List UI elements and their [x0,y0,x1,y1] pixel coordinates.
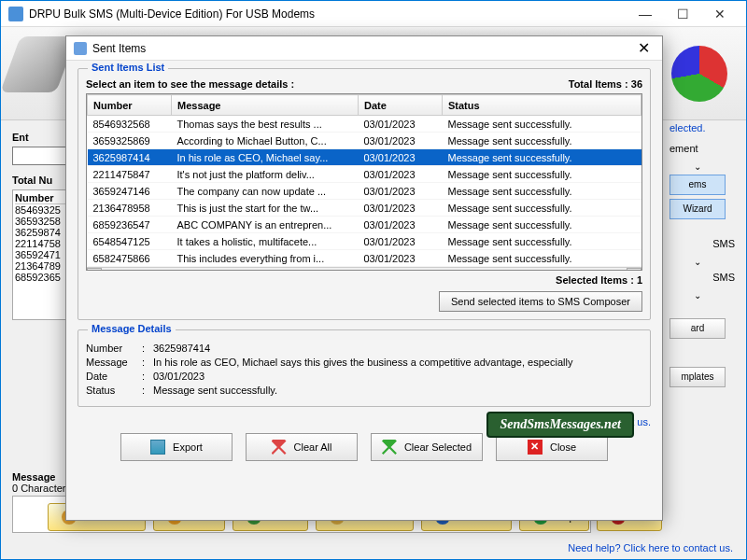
detail-number-key: Number [86,343,142,354]
cell-number: 2136478958 [88,200,172,217]
main-help-link[interactable]: Need help? Click here to contact us. [568,542,733,553]
table-row[interactable]: 3659247146The company can now update ...… [88,183,641,200]
cell-message: Thomas says the best results ... [172,116,359,133]
ent-label: Ent [12,132,29,143]
clear-all-button[interactable]: Clear All [246,433,358,461]
ement-text: ement [669,143,735,154]
pie-chart-icon [671,46,727,102]
close-icon: ✕ [528,440,543,455]
col-number[interactable]: Number [88,95,172,116]
cell-message: It takes a holistic, multifacete... [172,233,359,250]
col-date[interactable]: Date [359,95,443,116]
selected-items-text: Selected Items : 1 [86,274,642,286]
dialog-titlebar: Sent Items ✕ [66,36,662,61]
app-icon [8,7,23,21]
right-sidebar: elected. ement ⌄ ems Wizard SMS ⌄ SMS ⌄ … [669,122,735,391]
cell-message: ABC COMPANY is an entrepren... [172,217,359,233]
watermark: SendSmsMessages.net [486,412,634,438]
cell-status: Message sent successfully. [443,116,641,133]
detail-date-value: 03/01/2023 [153,371,642,382]
clear-selected-icon [382,440,397,455]
ard-button[interactable]: ard [669,318,726,339]
cell-message: This is just the start for the tw... [172,200,359,217]
col-message[interactable]: Message [172,95,359,116]
total-items-text: Total Items : 36 [569,78,642,90]
cell-number: 6582475866 [88,250,172,267]
cell-status: Message sent successfully. [443,250,641,267]
cell-date: 03/01/2023 [359,116,443,133]
table-row[interactable]: 6548547125It takes a holistic, multiface… [88,233,641,250]
table-row[interactable]: 2136478958This is just the start for the… [88,200,641,217]
table-row[interactable]: 3625987414In his role as CEO, Michael sa… [88,149,641,166]
table-row[interactable]: 6582475866This includes everything from … [88,250,641,267]
cell-date: 03/01/2023 [359,133,443,149]
cell-number: 3625987414 [88,149,172,166]
cell-status: Message sent successfully. [443,200,641,217]
sms2-text: SMS [669,272,735,283]
cell-date: 03/01/2023 [359,200,443,217]
horizontal-scrollbar[interactable]: ◄ ► [87,267,641,271]
cell-status: Message sent successfully. [443,133,641,149]
detail-number-value: 3625987414 [153,343,642,354]
scroll-thumb[interactable] [89,270,574,271]
cell-message: The company can now update ... [172,183,359,200]
cell-status: Message sent successfully. [443,233,641,250]
table-row[interactable]: 2211475847It's not just the platform del… [88,166,641,183]
group2-title: Message Details [88,323,176,334]
dialog-close-button[interactable]: ✕ [632,39,655,57]
close-label: Close [550,441,576,453]
cell-number: 6548547125 [88,233,172,250]
send-to-composer-button[interactable]: Send selected items to SMS Composer [439,291,642,312]
table-row[interactable]: 6859236547ABC COMPANY is an entrepren...… [88,217,641,233]
minimize-button[interactable]: — [627,1,664,27]
group1-title: Sent Items List [88,62,168,73]
cell-number: 3659325869 [88,133,172,149]
col-status[interactable]: Status [443,95,641,116]
maximize-button[interactable]: ☐ [664,1,701,27]
mplates-button[interactable]: mplates [669,367,726,387]
detail-status-key: Status [86,385,142,396]
clear-all-icon [272,440,287,455]
dropdown-stub2[interactable]: ⌄ [669,253,726,266]
export-label: Export [173,441,203,453]
cell-number: 3659247146 [88,183,172,200]
table-row[interactable]: 8546932568Thomas says the best results .… [88,116,641,133]
sent-items-table[interactable]: Number Message Date Status 8546932568Tho… [86,93,642,271]
cell-number: 2211475847 [88,166,172,183]
message-details-group: Message Details Number:3625987414 Messag… [78,329,651,407]
cell-date: 03/01/2023 [359,233,443,250]
instruction-text: Select an item to see the message detail… [86,78,294,90]
cell-status: Message sent successfully. [443,217,641,233]
cell-number: 8546932568 [88,116,172,133]
dropdown-stub3[interactable]: ⌄ [669,287,726,300]
cell-date: 03/01/2023 [359,250,443,267]
detail-date-key: Date [86,371,142,382]
dialog-body: Sent Items List Select an item to see th… [66,61,662,469]
cell-number: 6859236547 [88,217,172,233]
elected-text: elected. [669,122,735,133]
cell-message: It's not just the platform deliv... [172,166,359,183]
close-button[interactable]: ✕ [701,1,739,27]
dropdown-stub[interactable]: ⌄ [669,158,726,171]
cell-message: This includes everything from i... [172,250,359,267]
cell-message: In his role as CEO, Michael say... [172,149,359,166]
wizard-button[interactable]: Wizard [669,199,726,219]
table-row[interactable]: 3659325869According to Michael Button, C… [88,133,641,149]
cell-status: Message sent successfully. [443,149,641,166]
cell-date: 03/01/2023 [359,166,443,183]
sent-items-list-group: Sent Items List Select an item to see th… [78,68,651,320]
main-titlebar: DRPU Bulk SMS (Multi-Device Edition) For… [1,1,746,27]
ems-button[interactable]: ems [669,175,726,195]
clear-all-label: Clear All [294,441,332,453]
clear-selected-button[interactable]: Clear Selected [371,433,483,461]
export-button[interactable]: Export [120,433,233,461]
cell-date: 03/01/2023 [359,149,443,166]
sent-items-dialog: Sent Items ✕ Sent Items List Select an i… [65,35,663,521]
cell-status: Message sent successfully. [443,166,641,183]
detail-message-key: Message [86,357,142,368]
cell-date: 03/01/2023 [359,183,443,200]
main-title: DRPU Bulk SMS (Multi-Device Edition) For… [29,7,627,21]
scroll-right-icon[interactable]: ► [627,268,641,271]
cell-message: According to Michael Button, C... [172,133,359,149]
sms1-text: SMS [669,238,735,249]
